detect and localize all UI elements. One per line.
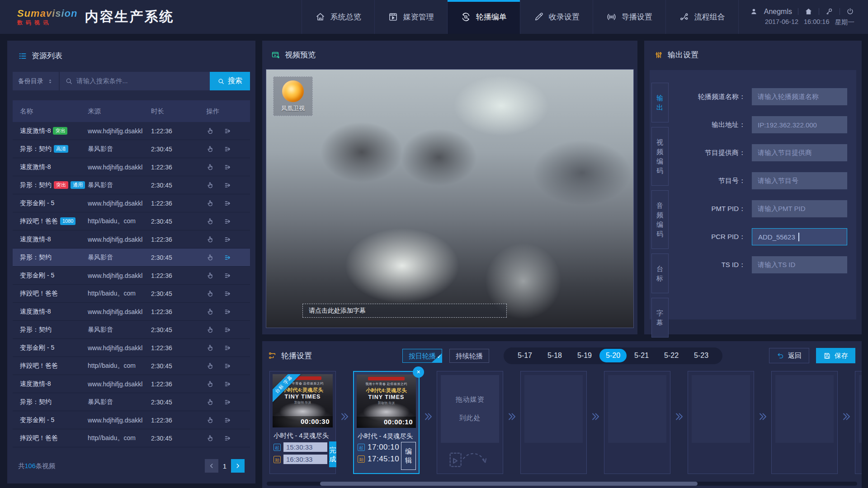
hand-preview-icon[interactable]: [206, 235, 214, 244]
power-icon[interactable]: [846, 7, 854, 16]
playlist-card-4[interactable]: [520, 371, 587, 474]
field-input[interactable]: ADD_55623: [752, 228, 847, 245]
mode-button-2[interactable]: 持续轮播: [449, 349, 489, 363]
nav-tab-6[interactable]: 流程组合: [665, 0, 738, 34]
nav-tab-5[interactable]: 导播设置: [593, 0, 665, 34]
date-tab[interactable]: 5-17: [510, 349, 540, 362]
subtitle-placeholder[interactable]: 请点击此处添加字幕: [302, 304, 507, 318]
mode-button-1[interactable]: 按日轮播✓: [402, 349, 442, 363]
start-time-input[interactable]: 15:30:33: [283, 442, 327, 452]
home-icon[interactable]: [804, 7, 813, 16]
back-button[interactable]: 返回: [769, 348, 809, 363]
hand-preview-icon[interactable]: [206, 416, 214, 424]
nav-tab-3[interactable]: 轮播编单: [447, 0, 520, 34]
push-to-playlist-icon[interactable]: [224, 235, 232, 244]
push-to-playlist-icon[interactable]: [224, 326, 232, 334]
hand-preview-icon[interactable]: [206, 326, 214, 334]
field-input[interactable]: 请输入轮播频道名称: [752, 88, 847, 105]
date-tab[interactable]: 5-20: [599, 349, 627, 362]
push-to-playlist-icon[interactable]: [224, 344, 232, 352]
next-page-button[interactable]: [231, 459, 245, 473]
field-input[interactable]: 请输入节目号: [752, 172, 847, 189]
field-input[interactable]: 请输入节目提供商: [752, 144, 847, 161]
table-row[interactable]: 摔跤吧！爸爸http//baidu。com2:30:45: [13, 429, 250, 447]
nav-tab-2[interactable]: 媒资管理: [374, 0, 447, 34]
push-to-playlist-icon[interactable]: [224, 253, 232, 262]
hand-preview-icon[interactable]: [206, 362, 214, 370]
table-row[interactable]: 摔跤吧！爸爸http//baidu。com2:30:45: [13, 285, 250, 303]
hand-preview-icon[interactable]: [206, 344, 214, 352]
hand-preview-icon[interactable]: [206, 398, 214, 406]
field-input[interactable]: IP:192.362.322.000: [752, 116, 847, 133]
video-player[interactable]: 凤凰卫视 请点击此处添加字幕: [266, 69, 634, 328]
playlist-card-2[interactable]: ×我用十年青春 赴你最后之约小时代4:灵魂尽头TINY TIMES郭敬明 导演0…: [353, 371, 420, 474]
hand-preview-icon[interactable]: [206, 290, 214, 298]
nav-tab-1[interactable]: 系统总览: [302, 0, 374, 34]
date-tab[interactable]: 5-19: [570, 349, 599, 362]
table-row[interactable]: 异形：契约暴风影音2:30:45: [13, 393, 250, 411]
date-tab[interactable]: 5-21: [627, 349, 656, 362]
hand-preview-icon[interactable]: [206, 217, 214, 225]
prev-page-button[interactable]: [205, 459, 218, 473]
push-to-playlist-icon[interactable]: [224, 398, 232, 406]
table-row[interactable]: 速度激情-8www.hdjhifjg.dsakkl1:22:36: [13, 375, 250, 393]
hand-preview-icon[interactable]: [206, 145, 214, 153]
complete-button[interactable]: 完成: [329, 441, 336, 467]
playlist-card-6[interactable]: [688, 371, 754, 474]
hand-preview-icon[interactable]: [206, 253, 214, 262]
playlist-card-8[interactable]: [855, 371, 862, 474]
push-to-playlist-icon[interactable]: [224, 199, 232, 207]
drag-drop-target[interactable]: 拖动媒资到此处: [441, 375, 499, 443]
field-input[interactable]: 请输入PMT PID: [752, 200, 847, 217]
hand-preview-icon[interactable]: [206, 380, 214, 388]
table-row[interactable]: 异形：契约暴风影音2:30:45: [13, 249, 250, 267]
output-tab-1[interactable]: 输出: [651, 83, 669, 122]
playlist-card-7[interactable]: [771, 371, 838, 474]
push-to-playlist-icon[interactable]: [224, 145, 232, 153]
output-tab-3[interactable]: 音频编码: [651, 190, 669, 249]
table-row[interactable]: 速度激情-8突出www.hdjhifjg.dsakkl1:22:36: [13, 122, 250, 140]
hand-preview-icon[interactable]: [206, 127, 214, 135]
table-row[interactable]: 异形：契约高清暴风影音2:30:45: [13, 140, 250, 158]
push-to-playlist-icon[interactable]: [224, 416, 232, 424]
table-row[interactable]: 变形金刚 - 5www.hdjhifjg.dsakkl1:22:36: [13, 194, 250, 212]
output-tab-4[interactable]: 台标: [651, 253, 669, 293]
table-row[interactable]: 异形：契约突出通用暴风影音2:30:45: [13, 176, 250, 194]
push-to-playlist-icon[interactable]: [224, 434, 232, 442]
table-row[interactable]: 变形金刚 - 5www.hdjhifjg.dsakkl1:22:36: [13, 339, 250, 357]
hand-preview-icon[interactable]: [206, 199, 214, 207]
push-to-playlist-icon[interactable]: [224, 290, 232, 298]
end-time-input[interactable]: 16:30:33: [283, 455, 327, 464]
push-to-playlist-icon[interactable]: [224, 217, 232, 225]
hand-preview-icon[interactable]: [206, 272, 214, 280]
playlist-card-5[interactable]: [604, 371, 670, 474]
hand-preview-icon[interactable]: [206, 163, 214, 171]
hand-preview-icon[interactable]: [206, 181, 214, 189]
playlist-card-3[interactable]: 拖动媒资到此处: [437, 371, 503, 474]
scrollbar-thumb[interactable]: [320, 482, 698, 486]
nav-tab-4[interactable]: 收录设置: [520, 0, 593, 34]
push-to-playlist-icon[interactable]: [224, 362, 232, 370]
table-row[interactable]: 变形金刚 - 5www.hdjhifjg.dsakkl1:22:36: [13, 411, 250, 429]
push-to-playlist-icon[interactable]: [224, 127, 232, 135]
search-input[interactable]: 请输入搜索条件...: [60, 72, 210, 90]
push-to-playlist-icon[interactable]: [224, 181, 232, 189]
horizontal-scrollbar[interactable]: [267, 482, 857, 486]
table-row[interactable]: 变形金刚 - 5www.hdjhifjg.dsakkl1:22:36: [13, 267, 250, 285]
save-button[interactable]: 保存: [816, 348, 855, 363]
playlist-card-1[interactable]: 台标 字幕我用十年青春 赴你最后之约小时代4:灵魂尽头TINY TIMES郭敬明…: [269, 371, 336, 474]
date-tab[interactable]: 5-22: [656, 349, 686, 362]
table-row[interactable]: 摔跤吧！爸爸1080http//baidu。com2:30:45: [13, 212, 250, 230]
push-to-playlist-icon[interactable]: [224, 163, 232, 171]
directory-filter-select[interactable]: 备份目录: [13, 72, 59, 90]
key-icon[interactable]: [825, 7, 834, 16]
table-row[interactable]: 速度激情-8www.hdjhifjg.dsakkl1:22:36: [13, 230, 250, 249]
edit-button[interactable]: 编辑: [401, 442, 416, 470]
field-input[interactable]: 请输入TS ID: [752, 256, 847, 273]
table-row[interactable]: 异形：契约暴风影音2:30:45: [13, 321, 250, 339]
search-button[interactable]: 搜索: [210, 72, 250, 90]
table-row[interactable]: 速度激情-8www.hdjhifjg.dsakkl1:22:36: [13, 303, 250, 321]
table-row[interactable]: 摔跤吧！爸爸http//baidu。com2:30:45: [13, 357, 250, 375]
table-row[interactable]: 速度激情-8www.hdjhifjg.dsakkl1:22:36: [13, 158, 250, 176]
output-tab-5[interactable]: 字幕: [651, 298, 669, 338]
